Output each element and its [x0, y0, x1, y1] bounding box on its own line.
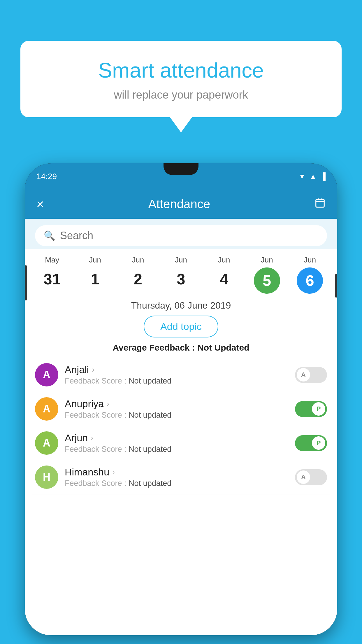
avg-feedback-label: Average Feedback : — [113, 343, 195, 352]
month-label: Jun — [304, 256, 316, 265]
student-feedback: Feedback Score : Not updated — [65, 411, 289, 420]
calendar-row: May31Jun1Jun2Jun3Jun4Jun5Jun6 — [25, 249, 337, 297]
student-name: Arjun › — [65, 432, 289, 444]
student-info: Himanshu › Feedback Score : Not updated — [65, 466, 289, 488]
speech-bubble: Smart attendance will replace your paper… — [20, 41, 342, 117]
student-item[interactable]: A Anupriya › Feedback Score : Not update… — [32, 392, 330, 426]
speech-bubble-title: Smart attendance — [35, 58, 327, 82]
day-number: 6 — [297, 267, 323, 294]
status-icons: ▼ ▲ ▐ — [298, 172, 326, 181]
avg-feedback: Average Feedback : Not Updated — [25, 343, 337, 353]
chevron-icon: › — [107, 399, 109, 408]
feedback-value: Not updated — [129, 445, 171, 454]
day-number: 4 — [212, 267, 236, 291]
day-number: 3 — [169, 267, 193, 291]
student-name: Anjali › — [65, 364, 289, 375]
phone-frame: 14:29 ▼ ▲ ▐ × Attendance 🔍 — [25, 163, 337, 635]
student-list: A Anjali › Feedback Score : Not updated … — [25, 358, 337, 494]
toggle-knob: P — [312, 402, 325, 416]
month-label: Jun — [132, 256, 144, 265]
student-item[interactable]: A Anjali › Feedback Score : Not updated … — [32, 358, 330, 392]
status-time: 14:29 — [36, 172, 57, 181]
calendar-button[interactable] — [314, 197, 326, 211]
close-button[interactable]: × — [36, 197, 44, 211]
student-item[interactable]: H Himanshu › Feedback Score : Not update… — [32, 460, 330, 494]
search-bar[interactable]: 🔍 — [35, 225, 327, 246]
student-info: Anjali › Feedback Score : Not updated — [65, 364, 289, 386]
attendance-toggle[interactable]: A — [295, 469, 327, 485]
search-bar-container: 🔍 — [25, 219, 337, 249]
student-name: Himanshu › — [65, 466, 289, 478]
calendar-day-3[interactable]: Jun3 — [165, 256, 197, 291]
phone-content: 🔍 May31Jun1Jun2Jun3Jun4Jun5Jun6 Thursday… — [25, 219, 337, 635]
speech-bubble-subtitle: will replace your paperwork — [35, 89, 327, 101]
day-number: 2 — [126, 267, 150, 291]
student-name: Anupriya › — [65, 398, 289, 410]
student-feedback: Feedback Score : Not updated — [65, 479, 289, 488]
calendar-day-5[interactable]: Jun5 — [251, 256, 283, 294]
attendance-toggle[interactable]: P — [295, 435, 327, 451]
search-icon: 🔍 — [44, 230, 55, 241]
chevron-icon: › — [91, 433, 93, 442]
power-button — [25, 265, 27, 300]
day-number: 31 — [41, 267, 64, 291]
student-feedback: Feedback Score : Not updated — [65, 445, 289, 454]
calendar-day-6[interactable]: Jun6 — [294, 256, 326, 294]
header-title: Attendance — [148, 197, 210, 211]
day-number: 1 — [83, 267, 107, 291]
volume-button — [335, 274, 337, 298]
student-feedback: Feedback Score : Not updated — [65, 377, 289, 386]
student-avatar: A — [35, 363, 58, 386]
avg-feedback-value: Not Updated — [197, 343, 249, 352]
chevron-icon: › — [92, 365, 94, 374]
student-item[interactable]: A Arjun › Feedback Score : Not updated P — [32, 426, 330, 460]
calendar-day-31[interactable]: May31 — [36, 256, 68, 291]
month-label: Jun — [261, 256, 273, 265]
status-bar: 14:29 ▼ ▲ ▐ — [25, 163, 337, 190]
month-label: Jun — [218, 256, 230, 265]
student-avatar: H — [35, 466, 58, 489]
attendance-toggle[interactable]: P — [295, 401, 327, 417]
student-info: Arjun › Feedback Score : Not updated — [65, 432, 289, 454]
toggle-knob: A — [297, 368, 310, 382]
speech-bubble-container: Smart attendance will replace your paper… — [20, 41, 342, 117]
feedback-value: Not updated — [129, 377, 171, 385]
student-avatar: A — [35, 397, 58, 421]
feedback-value: Not updated — [129, 479, 171, 488]
svg-rect-0 — [316, 199, 324, 207]
battery-icon: ▐ — [321, 172, 326, 181]
app-header: × Attendance — [25, 190, 337, 219]
month-label: Jun — [175, 256, 187, 265]
toggle-knob: A — [297, 470, 310, 484]
feedback-value: Not updated — [129, 411, 171, 419]
toggle-knob: P — [312, 436, 325, 450]
month-label: May — [45, 256, 59, 265]
calendar-day-2[interactable]: Jun2 — [122, 256, 154, 291]
signal-icon: ▲ — [310, 172, 317, 181]
student-avatar: A — [35, 431, 58, 455]
student-info: Anupriya › Feedback Score : Not updated — [65, 398, 289, 420]
selected-date: Thursday, 06 June 2019 — [25, 297, 337, 316]
month-label: Jun — [89, 256, 101, 265]
wifi-icon: ▼ — [298, 172, 305, 181]
attendance-toggle[interactable]: A — [295, 367, 327, 383]
calendar-day-1[interactable]: Jun1 — [79, 256, 111, 291]
add-topic-button[interactable]: Add topic — [144, 316, 218, 337]
search-input[interactable] — [60, 230, 318, 242]
day-number: 5 — [254, 267, 280, 294]
chevron-icon: › — [112, 468, 115, 477]
calendar-day-4[interactable]: Jun4 — [208, 256, 240, 291]
